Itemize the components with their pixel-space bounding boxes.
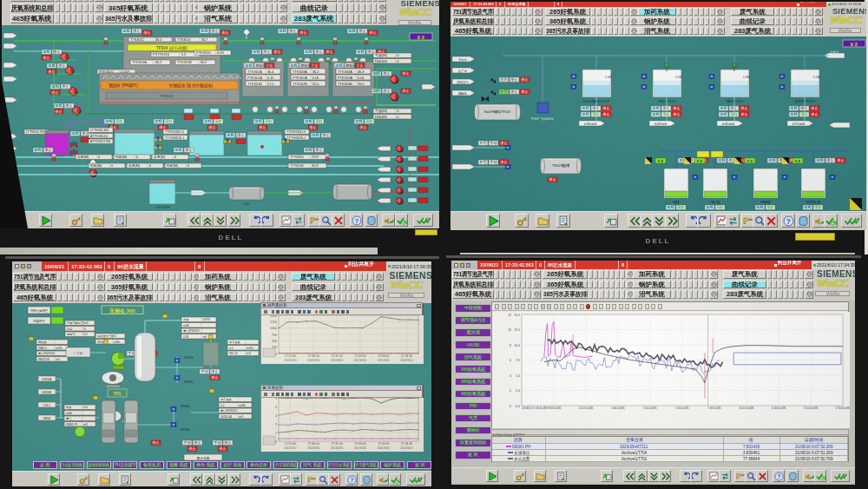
menu-slot[interactable] bbox=[256, 3, 261, 13]
menu-dropdown-button[interactable] bbox=[378, 3, 386, 13]
menu-slot[interactable] bbox=[83, 3, 89, 13]
menu-slot[interactable] bbox=[154, 0, 159, 2]
menu-button[interactable]: 加药系统 bbox=[633, 270, 671, 279]
menu-slot[interactable] bbox=[261, 14, 266, 23]
menu-slot[interactable] bbox=[238, 294, 242, 302]
menu-slot[interactable] bbox=[369, 294, 373, 302]
menu-slot[interactable] bbox=[505, 290, 510, 299]
menu-slot[interactable] bbox=[336, 294, 340, 302]
trend-tool-icon[interactable] bbox=[307, 310, 311, 314]
help-button[interactable]: ? bbox=[350, 214, 363, 227]
menu-slot[interactable] bbox=[528, 17, 532, 25]
sidebar-button[interactable]: 沼气系统 bbox=[455, 353, 491, 361]
menu-slot[interactable] bbox=[599, 270, 603, 279]
menu-slot[interactable] bbox=[250, 14, 255, 23]
menu-slot[interactable] bbox=[786, 17, 791, 25]
menu-slot[interactable] bbox=[682, 281, 687, 289]
chart-button[interactable] bbox=[279, 214, 293, 227]
menu-slot[interactable] bbox=[347, 273, 352, 281]
menu-slot[interactable] bbox=[256, 0, 261, 2]
menu-slot[interactable] bbox=[254, 273, 259, 281]
nav-button[interactable]: 锅炉系统 bbox=[380, 461, 404, 469]
menu-dropdown-button[interactable] bbox=[814, 27, 823, 35]
menu-slot[interactable] bbox=[69, 273, 73, 281]
curve-tool-icon[interactable] bbox=[534, 304, 538, 309]
menu-dropdown-button[interactable] bbox=[532, 290, 541, 299]
menu-slot[interactable] bbox=[591, 27, 595, 35]
menu-slot[interactable] bbox=[341, 294, 345, 302]
menu-button[interactable]: 沼气系统 bbox=[198, 14, 238, 23]
window-icon[interactable] bbox=[15, 264, 19, 268]
window-icon[interactable] bbox=[454, 263, 458, 268]
menu-slot[interactable] bbox=[608, 8, 612, 16]
menu-slot[interactable] bbox=[778, 270, 782, 279]
nav-down-button[interactable] bbox=[215, 473, 227, 486]
key-button[interactable] bbox=[514, 470, 526, 482]
menu-dropdown-button[interactable] bbox=[534, 8, 542, 16]
alarm-message-area[interactable]: 10/06/2117:33:42.563086正水流量8到达井离开 bbox=[477, 261, 812, 269]
menu-slot[interactable] bbox=[176, 294, 181, 302]
menu-slot[interactable] bbox=[266, 294, 270, 302]
menu-dropdown-button[interactable] bbox=[95, 0, 103, 2]
menu-dropdown-button[interactable] bbox=[709, 270, 718, 279]
trend-tool-icon[interactable] bbox=[341, 393, 345, 396]
menu-slot[interactable] bbox=[182, 0, 187, 2]
trend-tool-icon[interactable] bbox=[286, 310, 289, 314]
menu-slot[interactable] bbox=[511, 281, 516, 289]
menu-slot[interactable] bbox=[187, 283, 191, 292]
menu-slot[interactable] bbox=[500, 27, 504, 35]
curve-tool-icon[interactable] bbox=[632, 304, 636, 309]
menu-slot[interactable] bbox=[672, 270, 676, 279]
menu-slot[interactable] bbox=[80, 273, 84, 281]
menu-slot[interactable] bbox=[803, 17, 807, 25]
menu-slot[interactable] bbox=[677, 281, 681, 289]
menu-slot[interactable] bbox=[238, 283, 242, 292]
menu-slot[interactable] bbox=[249, 294, 253, 302]
menu-button[interactable]: 曲线记录 bbox=[292, 283, 335, 292]
menu-slot[interactable] bbox=[596, 27, 601, 35]
menu-slot[interactable] bbox=[160, 3, 165, 13]
menu-slot[interactable] bbox=[165, 3, 170, 13]
menu-button[interactable]: 365污水及事故排 bbox=[542, 290, 588, 299]
menu-button[interactable]: 厌氧系统和总排 bbox=[13, 283, 56, 292]
menu-slot[interactable] bbox=[165, 0, 170, 2]
menu-slot[interactable] bbox=[624, 27, 628, 35]
menu-slot[interactable] bbox=[260, 283, 265, 292]
table-row[interactable]: 水位总量Archive\LT70177.6664421/06/10 6:07:5… bbox=[492, 456, 848, 462]
menu-slot[interactable] bbox=[349, 0, 354, 2]
menu-slot[interactable] bbox=[589, 281, 593, 289]
menu-slot[interactable] bbox=[615, 290, 620, 299]
menu-button[interactable]: 厌氧系统和总排 bbox=[452, 281, 494, 289]
menu-slot[interactable] bbox=[62, 273, 67, 281]
menu-slot[interactable] bbox=[500, 270, 504, 279]
menu-slot[interactable] bbox=[799, 290, 804, 299]
menu-slot[interactable] bbox=[778, 281, 782, 289]
menu-slot[interactable] bbox=[267, 0, 273, 2]
menu-slot[interactable] bbox=[511, 270, 516, 279]
menu-button[interactable]: 厌氧系统和总排 bbox=[10, 3, 54, 13]
loop-button[interactable] bbox=[726, 214, 740, 228]
menu-slot[interactable] bbox=[188, 3, 194, 13]
menu-slot[interactable] bbox=[85, 283, 89, 292]
menu-slot[interactable] bbox=[176, 14, 181, 23]
menu-button[interactable]: 751调节池及气浮 bbox=[452, 8, 494, 16]
menu-slot[interactable] bbox=[621, 290, 625, 299]
menu-dropdown-button[interactable] bbox=[96, 294, 105, 302]
menu-slot[interactable] bbox=[261, 3, 266, 13]
menu-slot[interactable] bbox=[57, 273, 62, 281]
menu-slot[interactable] bbox=[160, 14, 165, 23]
menu-slot[interactable] bbox=[699, 270, 703, 279]
menu-button[interactable]: 废气系统 bbox=[731, 8, 774, 16]
menu-slot[interactable] bbox=[57, 283, 62, 292]
menu-button[interactable]: 废气系统 bbox=[292, 0, 337, 2]
menu-slot[interactable] bbox=[338, 0, 343, 2]
menu-slot[interactable] bbox=[619, 27, 623, 35]
db-button[interactable] bbox=[786, 470, 799, 482]
folder-button[interactable] bbox=[534, 470, 546, 482]
curve-tool-icon[interactable] bbox=[599, 304, 603, 309]
menu-dropdown-button[interactable] bbox=[279, 3, 287, 13]
help-button[interactable]: ? bbox=[345, 473, 358, 486]
menu-slot[interactable] bbox=[710, 27, 714, 35]
menu-slot[interactable] bbox=[154, 283, 158, 292]
menu-dropdown-button[interactable] bbox=[277, 283, 286, 292]
